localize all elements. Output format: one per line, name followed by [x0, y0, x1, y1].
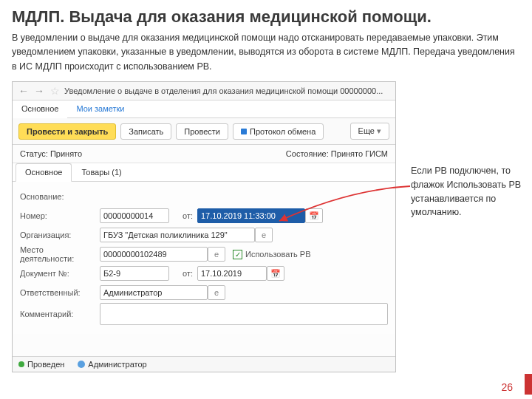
more-button[interactable]: Еще	[350, 123, 389, 140]
save-button[interactable]: Записать	[120, 123, 171, 140]
resp-field[interactable]	[100, 285, 208, 300]
form-subtabs: Основное Товары (1)	[13, 163, 395, 182]
nav-tabs: Основное Мои заметки	[13, 100, 395, 118]
comment-field[interactable]	[100, 303, 388, 325]
number-field[interactable]	[100, 208, 169, 223]
subtab-main[interactable]: Основное	[16, 163, 72, 182]
doc-field[interactable]	[100, 266, 169, 281]
toolbar: Провести и закрыть Записать Провести Про…	[13, 118, 395, 145]
status-label: Статус:	[20, 149, 48, 158]
slide-title: МДЛП. Выдача для оказания медицинской по…	[0, 0, 532, 31]
status-value: Принято	[50, 149, 82, 158]
basis-label: Основание:	[20, 192, 100, 201]
post-and-close-button[interactable]: Провести и закрыть	[18, 123, 116, 140]
app-window: ← → ☆ Уведомление о выдаче в отделения д…	[12, 81, 396, 372]
titlebar: ← → ☆ Уведомление о выдаче в отделения д…	[13, 82, 395, 100]
protocol-button[interactable]: Протокол обмена	[233, 123, 324, 140]
tab-notes[interactable]: Мои заметки	[67, 100, 133, 117]
comment-label: Комментарий:	[20, 310, 100, 318]
calendar-icon[interactable]	[267, 266, 284, 281]
open-icon[interactable]	[208, 247, 225, 262]
back-icon[interactable]: ←	[18, 85, 29, 97]
resp-label: Ответственный:	[20, 288, 100, 297]
admin-indicator: Администратор	[78, 360, 146, 369]
dot-icon	[18, 361, 24, 367]
window-title: Уведомление о выдаче в отделения для ока…	[64, 86, 383, 95]
place-field[interactable]	[100, 247, 208, 262]
side-annotation: Если РВ подключен, то флажок Использоват…	[411, 164, 523, 219]
doc-label: Документ №:	[20, 269, 100, 278]
use-rv-label: Использовать РВ	[245, 250, 311, 259]
slide-description: В уведомлении о выдаче для оказания меди…	[0, 31, 532, 81]
post-button[interactable]: Провести	[176, 123, 228, 140]
posted-indicator: Проведен	[18, 360, 64, 369]
tab-main[interactable]: Основное	[13, 100, 67, 118]
forward-icon[interactable]: →	[34, 85, 44, 97]
org-field[interactable]	[100, 228, 255, 242]
status-row: Статус: Принято Состояние: Принято ГИСМ	[13, 145, 395, 163]
use-rv-checkbox[interactable]: ✓ Использовать РВ	[233, 250, 311, 259]
open-icon[interactable]	[255, 228, 273, 242]
calendar-icon[interactable]	[305, 208, 323, 223]
nav-arrows: ← →	[18, 85, 47, 97]
person-icon	[78, 361, 85, 368]
doc-from-label: от:	[169, 269, 197, 278]
form-body: Основание: Номер: от: Организация: Место…	[13, 182, 395, 334]
check-icon: ✓	[233, 250, 242, 259]
from-label: от:	[169, 211, 197, 220]
page-number: 26	[501, 381, 513, 393]
number-label: Номер:	[20, 211, 100, 220]
state-value: Принято ГИСМ	[331, 149, 388, 158]
subtab-goods[interactable]: Товары (1)	[72, 163, 131, 181]
org-label: Организация:	[20, 231, 100, 239]
date-field[interactable]	[197, 208, 305, 223]
doc-date-field[interactable]	[197, 266, 267, 281]
corner-accent	[525, 374, 532, 395]
state-label: Состояние:	[286, 149, 329, 158]
favorite-icon[interactable]: ☆	[50, 85, 60, 97]
app-footer: Проведен Администратор	[13, 356, 395, 372]
place-label: Место деятельности:	[20, 245, 100, 263]
open-icon[interactable]	[208, 285, 225, 300]
